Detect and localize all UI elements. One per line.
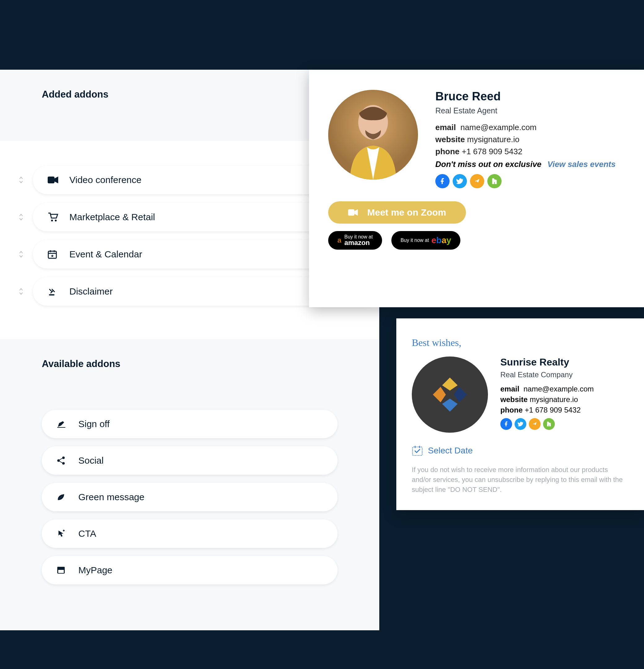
amazon-button[interactable]: a Buy it now at amazon xyxy=(328,231,382,250)
gavel-icon xyxy=(48,287,62,296)
avatar xyxy=(328,90,418,180)
calendar-icon: ★ xyxy=(48,250,62,259)
person-role: Real Estate Agent xyxy=(435,106,629,115)
drag-handle[interactable] xyxy=(15,175,27,184)
twitter-icon[interactable] xyxy=(515,418,526,430)
svg-rect-10 xyxy=(57,567,65,569)
share-icon xyxy=(57,456,72,465)
houzz-icon[interactable] xyxy=(487,174,502,188)
page-icon xyxy=(57,566,72,574)
signature-preview-1: Bruce Reed Real Estate Agent email name@… xyxy=(309,70,644,307)
video-icon xyxy=(348,209,358,216)
addon-label: Green message xyxy=(78,492,144,502)
preview-header: Bruce Reed Real Estate Agent email name@… xyxy=(328,90,629,188)
phone-label: phone xyxy=(435,147,459,156)
addon-label: Disclaimer xyxy=(69,286,113,297)
website-value: mysignature.io xyxy=(467,135,519,144)
signature-preview-2: Best wishes, Sunrise Realty Real Estate … xyxy=(396,318,644,510)
addon-green-message[interactable]: Green message xyxy=(42,483,338,511)
sort-icon xyxy=(18,213,24,222)
addon-label: Video conference xyxy=(69,175,142,185)
website-label: website xyxy=(435,135,465,144)
disclaimer-text: If you do not wish to receive more infor… xyxy=(412,465,629,495)
cart-icon xyxy=(48,212,62,222)
video-icon xyxy=(48,176,62,184)
website-label: website xyxy=(500,395,528,403)
addon-label: MyPage xyxy=(78,565,112,575)
company-logo xyxy=(412,356,488,433)
phone-value: +1 678 909 5432 xyxy=(462,147,522,156)
sign-off-text: Best wishes, xyxy=(412,337,629,348)
pen-icon xyxy=(57,420,72,428)
email-label: email xyxy=(435,123,456,132)
cursor-icon xyxy=(57,529,72,538)
svg-rect-11 xyxy=(58,570,64,573)
addon-cta[interactable]: CTA xyxy=(42,519,338,548)
addon-label: Event & Calendar xyxy=(69,249,142,259)
addon-row: CTA xyxy=(42,519,338,548)
drag-handle[interactable] xyxy=(15,213,27,222)
marketplace-buttons: a Buy it now at amazon Buy it now at eba… xyxy=(328,231,629,250)
blogger-icon[interactable] xyxy=(529,418,541,430)
social-icons xyxy=(500,418,629,430)
promo-link[interactable]: View sales events xyxy=(547,159,616,169)
avatar-image xyxy=(328,90,418,180)
added-addons-title: Added addons xyxy=(42,89,338,100)
phone-value: +1 678 909 5432 xyxy=(525,406,581,414)
select-date-label: Select Date xyxy=(428,446,473,456)
facebook-icon[interactable] xyxy=(435,174,449,188)
email-value: name@example.com xyxy=(460,123,536,132)
svg-rect-14 xyxy=(348,209,354,216)
svg-rect-5 xyxy=(49,294,55,296)
company-role: Real Estate Company xyxy=(500,370,629,379)
drag-handle[interactable] xyxy=(15,250,27,259)
contact-info: Bruce Reed Real Estate Agent email name@… xyxy=(435,90,629,188)
available-addons-list: Sign off Social Green message xyxy=(42,391,338,611)
svg-point-8 xyxy=(62,462,65,465)
email-line: email name@example.com xyxy=(435,123,629,132)
zoom-meeting-button[interactable]: Meet me on Zoom xyxy=(328,201,466,224)
addon-sign-off[interactable]: Sign off xyxy=(42,410,338,438)
addon-social[interactable]: Social xyxy=(42,446,338,475)
facebook-icon[interactable] xyxy=(500,418,512,430)
sort-icon xyxy=(18,175,24,184)
svg-point-7 xyxy=(62,457,65,459)
addon-mypage[interactable]: MyPage xyxy=(42,556,338,584)
addon-row: Social xyxy=(42,446,338,475)
svg-rect-0 xyxy=(48,176,55,183)
promo-line: Don't miss out on exclusive View sales e… xyxy=(435,159,629,169)
available-addons-title: Available addons xyxy=(42,358,338,370)
sort-icon xyxy=(18,250,24,259)
addon-row: Sign off xyxy=(42,410,338,438)
houzz-icon[interactable] xyxy=(543,418,555,430)
leaf-icon xyxy=(57,493,72,501)
email-label: email xyxy=(500,385,519,393)
ebay-button[interactable]: Buy it now at ebay xyxy=(391,231,460,250)
preview2-header: Sunrise Realty Real Estate Company email… xyxy=(412,356,629,433)
company-name: Sunrise Realty xyxy=(500,356,629,368)
email-line: email name@example.com xyxy=(500,385,629,393)
svg-text:★: ★ xyxy=(51,254,54,258)
svg-point-2 xyxy=(55,219,57,222)
amazon-logo-icon: a xyxy=(338,236,341,244)
amazon-big-text: amazon xyxy=(344,239,373,246)
addon-row: Green message xyxy=(42,483,338,511)
email-value: name@example.com xyxy=(524,385,594,393)
website-line: website mysignature.io xyxy=(435,135,629,144)
person-name: Bruce Reed xyxy=(435,90,629,103)
addon-label: Sign off xyxy=(78,419,110,429)
addon-label: Marketplace & Retail xyxy=(69,212,155,223)
phone-line: phone +1 678 909 5432 xyxy=(500,406,629,414)
promo-text: Don't miss out on exclusive xyxy=(435,159,542,169)
addon-label: CTA xyxy=(78,528,96,539)
available-section: Available addons Sign off Social xyxy=(0,339,379,630)
select-date-button[interactable]: Select Date xyxy=(412,445,629,456)
blogger-icon[interactable] xyxy=(470,174,484,188)
calendar-icon xyxy=(412,445,423,456)
twitter-icon[interactable] xyxy=(453,174,467,188)
social-icons xyxy=(435,174,629,188)
company-info: Sunrise Realty Real Estate Company email… xyxy=(500,356,629,433)
website-line: website mysignature.io xyxy=(500,395,629,404)
sort-icon xyxy=(18,287,24,296)
drag-handle[interactable] xyxy=(15,287,27,296)
